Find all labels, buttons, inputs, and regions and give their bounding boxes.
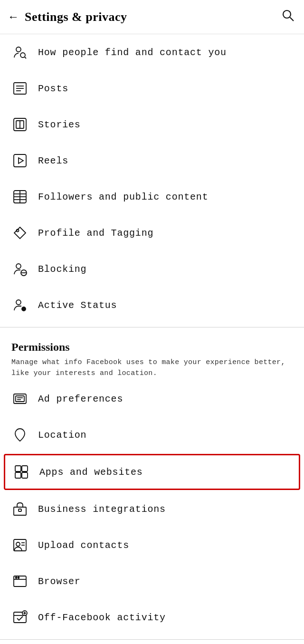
page-title: Settings & privacy [25,10,127,24]
menu-item-business-integrations[interactable]: Business integrations [0,491,304,527]
menu-item-blocking[interactable]: Blocking [0,251,304,287]
permissions-title: Permissions [11,341,293,354]
menu-item-ad-preferences[interactable]: Ad preferences [0,381,304,417]
menu-label-profile-tagging: Profile and Tagging [38,228,153,239]
menu-label-stories: Stories [38,119,81,130]
menu-label-reels: Reels [38,155,68,166]
person-find-icon [11,44,28,61]
menu-label-off-facebook: Off-Facebook activity [38,612,166,623]
business-icon [11,500,28,518]
menu-item-reels[interactable]: Reels [0,143,304,179]
bottom-divider [0,639,304,640]
svg-rect-33 [22,472,28,478]
svg-point-42 [16,577,17,578]
menu-item-apps-websites[interactable]: Apps and websites [4,454,300,490]
permissions-description: Manage what info Facebook uses to make y… [11,357,293,379]
svg-point-0 [283,10,291,18]
ad-icon [11,390,28,407]
apps-icon [13,463,30,481]
followers-icon [11,188,28,205]
header-left: ← Settings & privacy [8,10,127,24]
main-menu: How people find and contact you Posts St… [0,34,304,323]
svg-point-19 [17,230,19,232]
svg-point-29 [18,432,22,435]
menu-label-ad-preferences: Ad preferences [38,394,123,404]
svg-rect-35 [19,509,21,511]
svg-point-24 [22,307,26,311]
svg-rect-12 [14,154,26,167]
menu-item-upload-contacts[interactable]: Upload contacts [0,527,304,563]
menu-label-business-integrations: Business integrations [38,504,166,515]
menu-label-apps-websites: Apps and websites [39,467,143,478]
svg-point-20 [16,264,21,269]
reels-icon [11,152,28,169]
menu-label-posts: Posts [38,83,68,94]
svg-line-1 [290,18,294,21]
tag-icon [11,224,28,241]
browser-icon [11,573,28,590]
menu-item-browser[interactable]: Browser [0,563,304,599]
menu-label-active-status: Active Status [38,300,117,311]
section-divider [0,327,304,327]
permissions-header: Permissions Manage what info Facebook us… [0,331,304,381]
menu-item-posts[interactable]: Posts [0,70,304,106]
svg-rect-31 [22,466,28,471]
menu-label-blocking: Blocking [38,264,86,275]
svg-line-4 [25,57,26,58]
menu-item-stories[interactable]: Stories [0,106,304,143]
menu-item-followers[interactable]: Followers and public content [0,179,304,215]
svg-point-2 [16,47,21,52]
svg-point-37 [16,542,20,546]
svg-rect-32 [15,472,21,478]
menu-item-profile-tagging[interactable]: Profile and Tagging [0,215,304,251]
permissions-menu: Ad preferences Location Apps and website… [0,381,304,635]
off-facebook-icon [11,609,28,626]
search-button[interactable] [281,9,294,25]
back-button[interactable]: ← [8,10,19,23]
header: ← Settings & privacy [0,0,304,34]
svg-point-3 [20,53,25,58]
menu-item-off-facebook[interactable]: Off-Facebook activity [0,599,304,635]
menu-item-location[interactable]: Location [0,417,304,453]
svg-point-23 [16,300,21,305]
posts-icon [11,80,28,97]
blocking-icon [11,260,28,278]
svg-rect-30 [15,466,21,471]
stories-icon [11,116,28,133]
svg-rect-26 [16,396,24,402]
menu-label-followers: Followers and public content [38,192,208,202]
menu-item-how-people-find[interactable]: How people find and contact you [0,34,304,70]
location-icon [11,426,28,443]
contacts-icon [11,537,28,554]
menu-label-how-people-find: How people find and contact you [38,47,227,58]
menu-label-location: Location [38,430,86,441]
svg-marker-13 [19,158,23,163]
menu-label-browser: Browser [38,576,81,587]
menu-label-upload-contacts: Upload contacts [38,540,129,551]
menu-item-active-status[interactable]: Active Status [0,287,304,323]
svg-point-43 [18,577,19,578]
active-status-icon [11,297,28,314]
